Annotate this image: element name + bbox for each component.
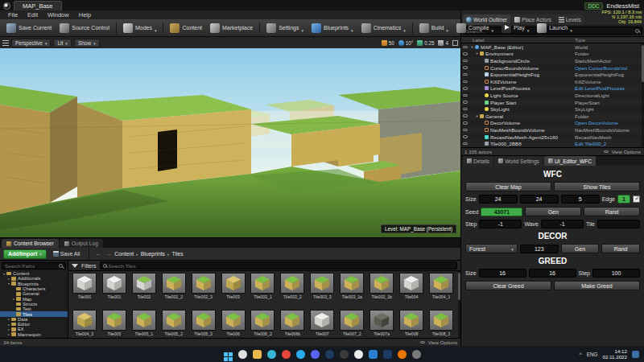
breadcrumb-tiles[interactable]: Tiles [172, 251, 184, 257]
asset-tile003-2[interactable]: Tile003_2 [278, 273, 307, 299]
asset-tile002-2[interactable]: Tile002_2 [159, 273, 188, 299]
asset-tile007-2[interactable]: Tile007_2 [337, 310, 366, 336]
asset-tile003-1a[interactable]: Tile003_1a [337, 273, 366, 299]
greed-size-y-field[interactable] [529, 269, 576, 278]
menu-edit[interactable]: Edit [23, 11, 43, 19]
toolbar-modes[interactable]: Modes [119, 20, 161, 36]
forward-button[interactable]: → [105, 251, 111, 257]
taskbar-epic-games-icon[interactable] [340, 350, 349, 359]
outliner-row[interactable]: KillZVolumeKillZVolume [461, 78, 644, 85]
menu-file[interactable]: File [3, 11, 23, 19]
outliner-view-options-button[interactable]: View Options [602, 149, 641, 154]
edge-checkbox[interactable] [633, 195, 640, 203]
asset-tile005-2[interactable]: Tile005_2 [159, 310, 188, 336]
notifications-button[interactable] [632, 351, 639, 358]
outliner-row[interactable]: ▾EnvironmentFolder [461, 51, 644, 58]
column-type[interactable]: Type [575, 38, 644, 43]
eye-icon[interactable] [463, 101, 468, 104]
snap-camera-speed-icon[interactable]: 4 [438, 40, 448, 46]
lit-dropdown[interactable]: Lit [53, 39, 71, 47]
gen-button[interactable]: Gen [525, 207, 581, 216]
seed-field[interactable] [481, 208, 522, 216]
eye-icon[interactable] [463, 60, 468, 63]
asset-tile006-2[interactable]: Tile006_2 [249, 310, 278, 336]
taskbar-blender-icon[interactable] [398, 350, 407, 359]
eye-icon[interactable] [463, 66, 468, 69]
make-greed-button[interactable]: Make Greed [554, 281, 640, 290]
step-field[interactable] [479, 220, 522, 228]
snap-rotation-snap-icon[interactable]: 10° [398, 40, 414, 46]
eye-icon[interactable] [463, 80, 468, 84]
breadcrumb-content[interactable]: Content [114, 251, 134, 257]
add-import-button[interactable]: Add/Import [3, 249, 47, 259]
asset-tile005[interactable]: Tile005 [100, 310, 129, 336]
back-button[interactable]: ← [95, 251, 101, 257]
size-z-field[interactable] [561, 195, 600, 204]
toolbar-play[interactable]: Play [497, 20, 533, 36]
outliner-row[interactable]: DecorVolumeOpen DecorVolume [461, 120, 644, 127]
expander-icon[interactable]: ▾ [469, 45, 475, 49]
tab-ui-editor-wfc[interactable]: UI_Editor_WFC [544, 156, 596, 166]
asset-tile007[interactable]: Tile007 [308, 310, 336, 336]
toolbar-save-current[interactable]: Save Current [2, 20, 56, 36]
taskbar-start-icon[interactable] [224, 350, 233, 359]
snap-grid-snap-icon[interactable]: 50 [382, 40, 394, 46]
toolbar-launch[interactable]: Launch [533, 20, 576, 36]
search-paths-input[interactable] [5, 263, 57, 269]
menu-help[interactable]: Help [74, 11, 96, 19]
eye-icon[interactable] [463, 87, 468, 90]
snap-scale-snap-icon[interactable]: 0.25 [417, 40, 434, 46]
asset-tile003-3[interactable]: Tile003_3 [308, 273, 336, 299]
decor-type-dropdown[interactable]: Forest [465, 244, 518, 253]
taskbar-chrome-icon[interactable] [282, 350, 291, 359]
tab-world-settings[interactable]: World Settings [494, 156, 543, 166]
asset-tile005-3[interactable]: Tile005_3 [189, 310, 218, 336]
tab-content-browser[interactable]: Content Browser [2, 239, 59, 248]
toolbar-content[interactable]: Content [166, 20, 206, 36]
perspective-dropdown[interactable]: Perspective [11, 39, 51, 47]
eye-icon[interactable] [463, 108, 468, 111]
outliner-row[interactable]: RecastNavMesh-Agent25x180RecastNavMesh [461, 134, 644, 141]
asset-tile003[interactable]: Tile003 [219, 273, 248, 299]
viewport-3d-scene[interactable] [0, 48, 460, 237]
asset-tile004-1[interactable]: Tile004_1 [427, 273, 456, 299]
outliner-row[interactable]: Light SourceDirectionalLight [461, 92, 644, 99]
asset-tile003-1[interactable]: Tile003_1 [249, 273, 278, 299]
toolbar-source-control[interactable]: Source Control [56, 20, 114, 36]
filters-button[interactable]: Filters [81, 263, 97, 269]
asset-tile007a[interactable]: Tile007a [367, 310, 396, 336]
viewport-options-icon[interactable] [2, 40, 9, 46]
eye-icon[interactable] [463, 94, 468, 97]
taskbar-telegram-icon[interactable] [296, 350, 305, 359]
outliner-row[interactable]: ▾GeneralFolder [461, 113, 644, 120]
taskbar-steam-icon[interactable] [325, 350, 334, 359]
language-indicator[interactable]: ENG [587, 352, 598, 357]
asset-tile004-3[interactable]: Tile004_3 [70, 310, 99, 336]
outliner-row[interactable]: ExponentialHeightFogExponentialHeightFog [461, 71, 644, 78]
expander-icon[interactable]: ▾ [474, 114, 480, 118]
maximize-icon[interactable] [452, 40, 458, 46]
eye-icon[interactable] [463, 73, 468, 76]
clock[interactable]: 14:12 02.11.2022 [602, 348, 627, 360]
column-label[interactable]: Label [461, 38, 575, 43]
viewport[interactable]: Perspective Lit Show 5010°0.254 [0, 37, 460, 237]
taskbar-edge-icon[interactable] [267, 350, 276, 359]
taskbar-photoshop-icon[interactable] [383, 350, 392, 359]
tab-output-log[interactable]: Output Log [60, 239, 103, 248]
outliner-row[interactable]: BackgroundCircleStaticMeshActor [461, 57, 644, 64]
level-tab[interactable]: MAP_Base [14, 1, 62, 10]
outliner-row[interactable]: ▾MAP_Base (Editor)World [461, 43, 644, 51]
asset-tile008[interactable]: Tile008 [397, 310, 426, 336]
asset-tile002[interactable]: Tile002 [130, 273, 159, 299]
eye-icon[interactable] [463, 129, 468, 132]
outliner-row[interactable]: CursorBoundsVolumeOpen CursorBoundsVol [461, 64, 644, 72]
toolbar-cinematics[interactable]: Cinematics [357, 20, 410, 36]
taskbar-obs-icon[interactable] [412, 350, 421, 359]
search-tiles-input[interactable] [109, 263, 454, 269]
menu-window[interactable]: Window [43, 11, 74, 19]
toolbar-build[interactable]: Build [415, 20, 452, 36]
asset-tile000[interactable]: Tile000 [70, 273, 99, 299]
show-dropdown[interactable]: Show [74, 39, 100, 47]
expander-icon[interactable]: ▾ [474, 51, 480, 56]
eye-icon[interactable] [463, 46, 468, 49]
